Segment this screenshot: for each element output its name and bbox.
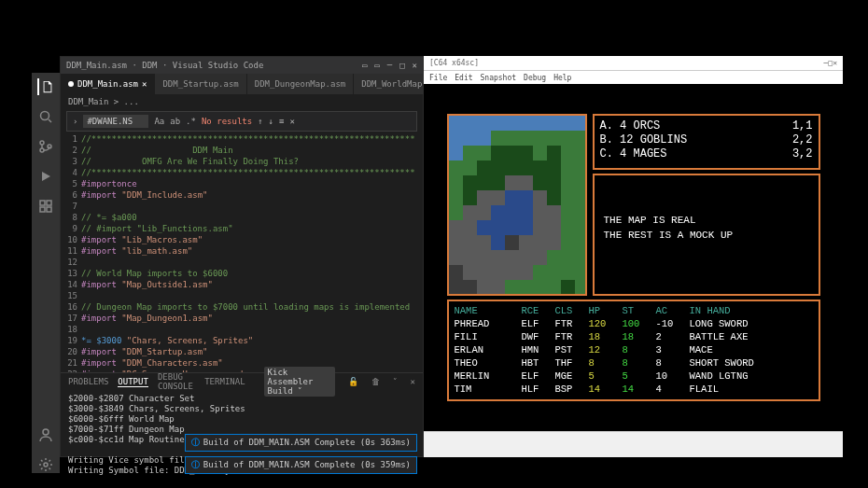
party-header: CLS (555, 304, 589, 317)
output-line: $2000-$2807 Character Set (68, 394, 415, 404)
find-in-selection-icon[interactable]: ≡ (279, 117, 284, 126)
match-case-icon[interactable]: Aa (154, 117, 164, 126)
panel-tab[interactable]: PROBLEMS (68, 377, 108, 386)
code-line[interactable] (81, 201, 423, 212)
message-line: THE MAP IS REAL (604, 213, 809, 228)
close-panel-icon[interactable]: ✕ (411, 377, 415, 386)
chevron-down-icon[interactable]: ˅ (393, 377, 398, 386)
code-line[interactable]: #import "Lib_Macros.asm" (81, 234, 423, 245)
enemy-row: B. 12 GOBLINS2,2 (600, 133, 813, 147)
output-line: $6000-$6fff World Map (68, 414, 415, 425)
party-row: ERLANHMNPST1283MACE (455, 343, 813, 356)
match-word-icon[interactable]: ab (170, 117, 180, 126)
party-row: FILIDWFFTR18182BATTLE AXE (455, 330, 813, 343)
code-line[interactable] (81, 290, 423, 301)
emulator-title: [C64 x64sc] (429, 59, 479, 67)
code-line[interactable]: #import "DDM_Startup.asm" (81, 346, 423, 357)
party-table: NAMERCECLSHPSTACIN HANDPHREADELFFTR12010… (447, 300, 820, 401)
editor-tabs: DDM_Main.asm✕DDM_Startup.asmDDM_DungeonM… (61, 74, 423, 94)
code-line[interactable]: #import "Map_Outside1.asm" (81, 279, 423, 290)
code-line[interactable]: #importonce (81, 178, 423, 189)
menu-item[interactable]: Debug (524, 74, 546, 82)
gear-icon[interactable] (37, 456, 54, 473)
party-header: HP (589, 304, 623, 317)
toast-text: Build of DDM_MAIN.ASM Complete (0s 359ms… (203, 460, 411, 470)
window-title: DDM_Main.asm · DDM · Visual Studio Code (66, 61, 263, 70)
editor-tab[interactable]: DDM_Startup.asm (155, 74, 246, 94)
code-line[interactable]: #import "lib_math.asm" (81, 245, 423, 257)
menu-item[interactable]: Edit (455, 74, 472, 82)
tab-label: DDM_DungeonMap.asm (255, 79, 346, 89)
code-line[interactable]: *= $3000 "Chars, Screens, Sprites" (81, 335, 423, 346)
party-header: ST (623, 304, 656, 317)
party-row: THEOHBTTHF888SHORT SWORD (455, 356, 813, 369)
code-line[interactable]: // #import "Lib_Functions.asm" (81, 223, 423, 234)
party-row: PHREADELFFTR120100-10LONG SWORD (455, 317, 813, 330)
toast-text: Build of DDM_MAIN.ASM Complete (0s 363ms… (203, 438, 411, 448)
svg-point-9 (44, 463, 48, 467)
code-line[interactable]: // World Map imports to $6000 (81, 268, 423, 279)
find-widget: › Aa ab .* No results ↑ ↓ ≡ ✕ (66, 111, 417, 132)
close-icon[interactable]: ✕ (833, 59, 837, 67)
window-titlebar: DDM_Main.asm · DDM · Visual Studio Code … (61, 57, 423, 74)
game-map (447, 114, 587, 296)
code-line[interactable]: //**************************************… (81, 133, 423, 145)
party-header: AC (656, 304, 690, 317)
message-line: THE REST IS A MOCK UP (604, 228, 809, 243)
layout-icon[interactable]: ▭ (374, 61, 379, 70)
layout-icon[interactable]: ▭ (362, 61, 367, 70)
panel-tab[interactable]: OUTPUT (118, 377, 148, 387)
lock-icon[interactable]: 🔓 (348, 377, 358, 386)
output-panel[interactable]: $2000-$2807 Character Set$3000-$3849 Cha… (61, 390, 423, 480)
panel-tab[interactable]: TERMINAL (204, 377, 245, 386)
code-line[interactable]: #import "Map_Dungeon1.asm" (81, 313, 423, 324)
emulator-statusbar (424, 431, 843, 457)
party-row: MERLINELFMGE5510WAND LGTNG (455, 369, 813, 383)
code-line[interactable] (81, 324, 423, 335)
enemy-list: A. 4 ORCS1,1B. 12 GOBLINS2,2C. 4 MAGES3,… (593, 114, 820, 170)
menu-item[interactable]: File (429, 74, 447, 82)
tab-label: DDM_Main.asm (77, 79, 138, 89)
party-header: NAME (455, 304, 522, 317)
tab-label: DDM_Startup.asm (162, 79, 238, 89)
emulator-menu: FileEditSnapshotDebugHelp (424, 71, 843, 84)
code-line[interactable]: // *= $a000 (81, 212, 423, 223)
message-box: THE MAP IS REAL THE REST IS A MOCK UP (593, 174, 820, 296)
code-line[interactable]: // OMFG Are We Finally Doing This? (81, 156, 423, 167)
maximize-icon[interactable]: □ (399, 61, 404, 70)
enemy-row: C. 4 MAGES3,2 (600, 147, 813, 161)
party-header: IN HAND (690, 304, 813, 317)
breadcrumb[interactable]: DDM_Main > ... (61, 94, 423, 109)
code-line[interactable] (81, 257, 423, 268)
panel-tab[interactable]: DEBUG CONSOLE (158, 372, 195, 391)
prev-match-icon[interactable]: ↑ (258, 117, 262, 126)
regex-icon[interactable]: .* (186, 117, 196, 126)
menu-item[interactable]: Help (553, 74, 571, 82)
clear-icon[interactable]: 🗑 (371, 377, 380, 386)
editor[interactable]: 1234567891011121314151617181920212223242… (61, 133, 423, 372)
close-icon[interactable]: ✕ (413, 61, 417, 70)
close-tab-icon[interactable]: ✕ (142, 79, 147, 89)
game-screen: A. 4 ORCS1,1B. 12 GOBLINS2,2C. 4 MAGES3,… (438, 108, 830, 407)
panel-tabs: PROBLEMSOUTPUTDEBUG CONSOLETERMINALKick … (61, 373, 423, 390)
notification-toast[interactable]: ⓘBuild of DDM_MAIN.ASM Complete (0s 363m… (185, 434, 417, 452)
find-result-count: No results (202, 117, 252, 126)
code-line[interactable]: // DDM Main (81, 145, 423, 156)
chevron-right-icon[interactable]: › (73, 117, 77, 126)
next-match-icon[interactable]: ↓ (269, 117, 273, 126)
menu-item[interactable]: Snapshot (481, 74, 517, 82)
editor-tab[interactable]: DDM_Main.asm✕ (61, 74, 155, 94)
party-header: RCE (522, 304, 555, 317)
output-line: $3000-$3849 Chars, Screens, Sprites (68, 404, 415, 414)
code-line[interactable]: // Dungeon Map imports to $7000 until lo… (81, 301, 423, 313)
minimize-icon[interactable]: ─ (387, 61, 392, 70)
find-input[interactable] (83, 115, 148, 128)
close-find-icon[interactable]: ✕ (289, 117, 294, 126)
code-line[interactable]: //**************************************… (81, 167, 423, 178)
info-icon: ⓘ (191, 460, 200, 470)
code-line[interactable]: #import "DDM_Include.asm" (81, 189, 423, 201)
code-line[interactable]: #import "DDM_Characters.asm" (81, 357, 423, 369)
editor-tab[interactable]: DDM_DungeonMap.asm (247, 74, 355, 94)
notification-toast[interactable]: ⓘBuild of DDM_MAIN.ASM Complete (0s 359m… (185, 456, 417, 474)
enemy-row: A. 4 ORCS1,1 (600, 119, 813, 133)
